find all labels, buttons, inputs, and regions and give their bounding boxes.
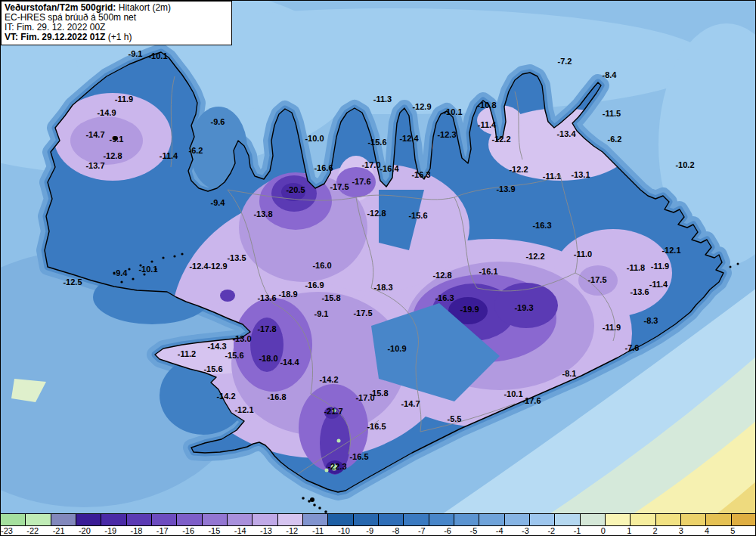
color-scale-tick: -5 bbox=[470, 526, 478, 535]
temperature-label: -13.6 bbox=[630, 287, 649, 296]
color-scale-tick: -1 bbox=[574, 526, 581, 535]
map-title-box: Veðurstofan/T2m 500grid: Hitakort (2m) E… bbox=[1, 1, 232, 45]
color-scale-tick: -2 bbox=[547, 526, 555, 535]
color-scale-tick: 5 bbox=[730, 526, 735, 535]
temperature-label: -9.6 bbox=[211, 117, 225, 126]
color-scale-cell bbox=[26, 514, 51, 525]
color-scale-tick: -8 bbox=[392, 526, 400, 535]
temperature-label: -12.8 bbox=[432, 271, 451, 280]
temperature-label: -12.4 bbox=[189, 262, 209, 271]
color-scale-cell bbox=[127, 514, 152, 525]
color-scale-cell bbox=[732, 514, 756, 525]
color-scale-cell bbox=[152, 514, 177, 525]
color-scale-tick: -6 bbox=[444, 526, 451, 535]
temperature-label: -15.8 bbox=[321, 293, 340, 302]
temperature-label: -13.9 bbox=[496, 184, 515, 194]
color-scale-tick: -16 bbox=[182, 526, 194, 535]
temperature-label: -11.5 bbox=[603, 109, 621, 118]
temperature-label: -6.2 bbox=[608, 135, 622, 144]
temperature-label: -13.7 bbox=[85, 161, 104, 170]
color-scale-tick: -12 bbox=[286, 526, 298, 535]
color-scale-tick: 2 bbox=[652, 526, 657, 535]
temperature-label: -14.9 bbox=[97, 108, 116, 117]
color-scale-cells bbox=[1, 513, 756, 526]
temperature-label: -13.4 bbox=[556, 129, 576, 138]
temperature-label: -12.1 bbox=[234, 405, 253, 414]
temperature-label: -16.9 bbox=[305, 280, 324, 290]
temperature-label: -11.8 bbox=[627, 263, 645, 272]
color-scale-cell bbox=[681, 514, 706, 525]
temperature-label: -11.2 bbox=[178, 349, 196, 358]
temperature-label: -9.1 bbox=[314, 309, 329, 318]
temperature-label: -14.2 bbox=[319, 375, 338, 384]
temperature-label: -9.1 bbox=[129, 49, 143, 58]
temperature-label: -21.7 bbox=[324, 407, 342, 416]
temperature-label: -9.4 bbox=[211, 198, 226, 207]
color-scale-tick: 1 bbox=[627, 526, 631, 535]
temperature-label: -18.3 bbox=[373, 283, 392, 292]
temperature-label: -12.9 bbox=[412, 102, 431, 111]
temperature-label: -12.9 bbox=[208, 262, 227, 271]
temperature-label: -11.4 bbox=[649, 280, 668, 289]
temperature-label: -12.4 bbox=[399, 134, 419, 143]
color-scale-cell bbox=[354, 514, 379, 525]
color-scale-cell bbox=[631, 514, 655, 525]
color-scale-tick: -23 bbox=[1, 526, 13, 535]
temperature-label: -8.4 bbox=[603, 70, 618, 79]
temperature-label: -13.0 bbox=[232, 334, 251, 343]
temperature-label: -11.9 bbox=[115, 94, 133, 104]
color-scale-cell bbox=[203, 514, 228, 525]
temperature-label: -10.2 bbox=[675, 160, 694, 169]
temperature-label: -11.0 bbox=[574, 249, 592, 259]
temperature-label: -17.5 bbox=[353, 308, 372, 318]
color-scale-tick: -15 bbox=[208, 526, 220, 535]
temperature-label: -16.3 bbox=[435, 293, 454, 302]
temperature-label: -15.6 bbox=[203, 364, 222, 373]
temperature-label: -15.8 bbox=[369, 389, 388, 398]
temperature-label: -11.4 bbox=[478, 120, 497, 129]
temperature-label: -16.0 bbox=[312, 261, 331, 270]
temperature-label: -14.3 bbox=[207, 342, 226, 351]
temperature-label: -16.5 bbox=[349, 452, 368, 461]
temperature-label: -11.3 bbox=[373, 94, 392, 104]
temperature-label: -10.1 bbox=[148, 51, 167, 60]
temperature-label: -16.3 bbox=[411, 170, 430, 179]
temperature-label: -12.8 bbox=[367, 209, 386, 218]
valid-time-offset: (+1 h) bbox=[105, 32, 132, 42]
map-title-kind: Hitakort (2m) bbox=[116, 2, 171, 13]
temperature-label: -15.6 bbox=[408, 211, 427, 220]
temperature-label: -13.1 bbox=[571, 170, 590, 179]
color-scale-tick: -3 bbox=[522, 526, 529, 535]
temperature-label: -16.5 bbox=[367, 422, 386, 431]
color-scale-tick: -10 bbox=[338, 526, 350, 535]
temperature-label: -10.8 bbox=[477, 101, 496, 110]
temperature-label: -17.5 bbox=[587, 275, 606, 284]
temperature-label: -7.2 bbox=[558, 57, 572, 66]
map-title-product: Veðurstofan/T2m 500grid: bbox=[5, 2, 116, 13]
temperature-label: -16.4 bbox=[380, 164, 399, 173]
color-scale-cell bbox=[51, 514, 76, 525]
color-scale-tick: 3 bbox=[679, 526, 683, 535]
temperature-label: -11.1 bbox=[543, 172, 561, 181]
violet-fleck-west bbox=[220, 290, 235, 302]
color-scale-cell bbox=[555, 514, 580, 525]
color-scale-tick: -21 bbox=[53, 526, 65, 535]
color-scale-cell bbox=[479, 514, 504, 525]
temperature-label: -12.2 bbox=[509, 165, 528, 174]
temperature-label: -14.2 bbox=[216, 392, 235, 401]
temperature-label: -14.7 bbox=[85, 130, 104, 139]
temperature-label: -13.6 bbox=[257, 293, 276, 302]
temperature-label: -13.5 bbox=[227, 253, 246, 262]
temperature-label: -12.8 bbox=[103, 151, 122, 160]
temperature-label: -16.6 bbox=[314, 163, 333, 172]
color-scale-cell bbox=[404, 514, 429, 525]
color-scale-tick: 4 bbox=[705, 526, 709, 535]
color-scale-cell bbox=[76, 514, 101, 525]
color-scale-tick: -19 bbox=[104, 526, 116, 535]
temperature-label: -10.1 bbox=[503, 389, 522, 398]
weather-map-frame: -9.1-10.1-11.9-14.9-14.7-9.1-12.8-11.4-1… bbox=[0, 0, 756, 536]
temperature-label: -16.1 bbox=[479, 267, 497, 276]
temperature-label: -8.3 bbox=[644, 316, 658, 325]
cold-fleck-2 bbox=[337, 439, 341, 443]
color-scale-cell bbox=[303, 514, 328, 525]
